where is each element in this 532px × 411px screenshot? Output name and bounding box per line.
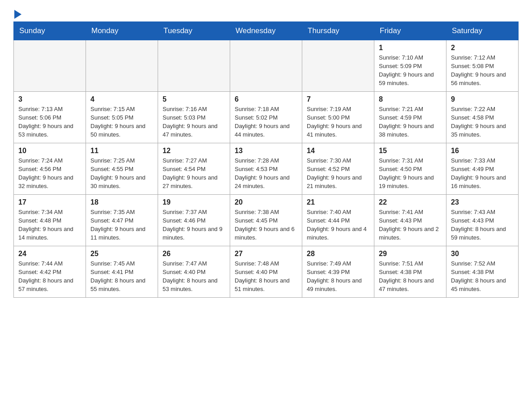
day-info: Sunrise: 7:35 AM Sunset: 4:47 PM Dayligh…: [90, 208, 153, 242]
day-number: 9: [451, 95, 514, 103]
calendar-day-cell: 25Sunrise: 7:45 AM Sunset: 4:41 PM Dayli…: [86, 246, 158, 298]
day-info: Sunrise: 7:12 AM Sunset: 5:08 PM Dayligh…: [451, 54, 514, 87]
calendar-day-cell: 21Sunrise: 7:40 AM Sunset: 4:44 PM Dayli…: [302, 195, 374, 246]
day-number: 18: [90, 198, 153, 206]
day-info: Sunrise: 7:49 AM Sunset: 4:39 PM Dayligh…: [307, 260, 369, 293]
page-header: [13, 9, 519, 17]
calendar-day-cell: 26Sunrise: 7:47 AM Sunset: 4:40 PM Dayli…: [158, 246, 230, 298]
day-number: 25: [90, 250, 153, 258]
calendar-day-cell: 6Sunrise: 7:18 AM Sunset: 5:02 PM Daylig…: [230, 92, 302, 143]
day-number: 5: [163, 95, 225, 103]
weekday-header-cell: Thursday: [302, 22, 374, 40]
day-info: Sunrise: 7:45 AM Sunset: 4:41 PM Dayligh…: [90, 260, 153, 293]
day-info: Sunrise: 7:34 AM Sunset: 4:48 PM Dayligh…: [18, 208, 81, 242]
day-number: 7: [307, 95, 369, 103]
calendar-day-cell: 23Sunrise: 7:43 AM Sunset: 4:43 PM Dayli…: [446, 195, 519, 246]
calendar-day-cell: [158, 40, 230, 92]
calendar-day-cell: 22Sunrise: 7:41 AM Sunset: 4:43 PM Dayli…: [374, 195, 446, 246]
calendar-body: 1Sunrise: 7:10 AM Sunset: 5:09 PM Daylig…: [14, 40, 519, 298]
day-number: 20: [235, 198, 297, 206]
logo: [13, 9, 25, 17]
calendar-day-cell: 18Sunrise: 7:35 AM Sunset: 4:47 PM Dayli…: [86, 195, 158, 246]
day-info: Sunrise: 7:19 AM Sunset: 5:00 PM Dayligh…: [307, 105, 369, 139]
calendar-day-cell: 8Sunrise: 7:21 AM Sunset: 4:59 PM Daylig…: [374, 92, 446, 143]
day-number: 21: [307, 198, 369, 206]
day-info: Sunrise: 7:18 AM Sunset: 5:02 PM Dayligh…: [235, 105, 297, 139]
calendar-week-row: 24Sunrise: 7:44 AM Sunset: 4:42 PM Dayli…: [14, 246, 519, 298]
day-info: Sunrise: 7:44 AM Sunset: 4:42 PM Dayligh…: [18, 260, 81, 293]
day-info: Sunrise: 7:22 AM Sunset: 4:58 PM Dayligh…: [451, 105, 514, 139]
calendar-day-cell: 9Sunrise: 7:22 AM Sunset: 4:58 PM Daylig…: [446, 92, 519, 143]
calendar-week-row: 3Sunrise: 7:13 AM Sunset: 5:06 PM Daylig…: [14, 92, 519, 143]
day-number: 4: [90, 95, 153, 103]
calendar-day-cell: [302, 40, 374, 92]
day-info: Sunrise: 7:25 AM Sunset: 4:55 PM Dayligh…: [90, 157, 153, 190]
calendar-day-cell: 7Sunrise: 7:19 AM Sunset: 5:00 PM Daylig…: [302, 92, 374, 143]
day-number: 13: [235, 147, 297, 155]
day-info: Sunrise: 7:33 AM Sunset: 4:49 PM Dayligh…: [451, 157, 514, 190]
day-number: 29: [379, 250, 442, 258]
calendar-day-cell: 1Sunrise: 7:10 AM Sunset: 5:09 PM Daylig…: [374, 40, 446, 92]
day-info: Sunrise: 7:15 AM Sunset: 5:05 PM Dayligh…: [90, 105, 153, 139]
day-number: 23: [451, 198, 514, 206]
day-info: Sunrise: 7:48 AM Sunset: 4:40 PM Dayligh…: [235, 260, 297, 293]
day-info: Sunrise: 7:31 AM Sunset: 4:50 PM Dayligh…: [379, 157, 442, 190]
calendar-day-cell: 13Sunrise: 7:28 AM Sunset: 4:53 PM Dayli…: [230, 143, 302, 195]
calendar-day-cell: 10Sunrise: 7:24 AM Sunset: 4:56 PM Dayli…: [14, 143, 86, 195]
day-info: Sunrise: 7:13 AM Sunset: 5:06 PM Dayligh…: [18, 105, 81, 139]
calendar-day-cell: 28Sunrise: 7:49 AM Sunset: 4:39 PM Dayli…: [302, 246, 374, 298]
weekday-header-cell: Friday: [374, 22, 446, 40]
calendar-week-row: 1Sunrise: 7:10 AM Sunset: 5:09 PM Daylig…: [14, 40, 519, 92]
calendar-day-cell: [230, 40, 302, 92]
day-info: Sunrise: 7:51 AM Sunset: 4:38 PM Dayligh…: [379, 260, 442, 293]
day-number: 8: [379, 95, 442, 103]
day-number: 22: [379, 198, 442, 206]
day-number: 19: [163, 198, 225, 206]
calendar-day-cell: 11Sunrise: 7:25 AM Sunset: 4:55 PM Dayli…: [86, 143, 158, 195]
day-info: Sunrise: 7:27 AM Sunset: 4:54 PM Dayligh…: [163, 157, 225, 190]
day-info: Sunrise: 7:41 AM Sunset: 4:43 PM Dayligh…: [379, 208, 442, 242]
calendar-day-cell: [86, 40, 158, 92]
calendar-day-cell: 15Sunrise: 7:31 AM Sunset: 4:50 PM Dayli…: [374, 143, 446, 195]
day-number: 12: [163, 147, 225, 155]
day-number: 3: [18, 95, 81, 103]
calendar-day-cell: [14, 40, 86, 92]
day-info: Sunrise: 7:43 AM Sunset: 4:43 PM Dayligh…: [451, 208, 514, 242]
day-info: Sunrise: 7:28 AM Sunset: 4:53 PM Dayligh…: [235, 157, 297, 190]
day-info: Sunrise: 7:52 AM Sunset: 4:38 PM Dayligh…: [451, 260, 514, 293]
calendar-day-cell: 5Sunrise: 7:16 AM Sunset: 5:03 PM Daylig…: [158, 92, 230, 143]
calendar-day-cell: 19Sunrise: 7:37 AM Sunset: 4:46 PM Dayli…: [158, 195, 230, 246]
day-info: Sunrise: 7:30 AM Sunset: 4:52 PM Dayligh…: [307, 157, 369, 190]
day-number: 14: [307, 147, 369, 155]
day-info: Sunrise: 7:10 AM Sunset: 5:09 PM Dayligh…: [379, 54, 442, 87]
day-info: Sunrise: 7:40 AM Sunset: 4:44 PM Dayligh…: [307, 208, 369, 242]
day-number: 2: [451, 44, 514, 52]
day-number: 27: [235, 250, 297, 258]
day-info: Sunrise: 7:21 AM Sunset: 4:59 PM Dayligh…: [379, 105, 442, 139]
weekday-header-cell: Wednesday: [230, 22, 302, 40]
calendar-day-cell: 16Sunrise: 7:33 AM Sunset: 4:49 PM Dayli…: [446, 143, 519, 195]
calendar-day-cell: 4Sunrise: 7:15 AM Sunset: 5:05 PM Daylig…: [86, 92, 158, 143]
day-number: 11: [90, 147, 153, 155]
day-info: Sunrise: 7:24 AM Sunset: 4:56 PM Dayligh…: [18, 157, 81, 190]
calendar-day-cell: 2Sunrise: 7:12 AM Sunset: 5:08 PM Daylig…: [446, 40, 519, 92]
day-number: 26: [163, 250, 225, 258]
day-info: Sunrise: 7:16 AM Sunset: 5:03 PM Dayligh…: [163, 105, 225, 139]
calendar-day-cell: 12Sunrise: 7:27 AM Sunset: 4:54 PM Dayli…: [158, 143, 230, 195]
calendar-day-cell: 20Sunrise: 7:38 AM Sunset: 4:45 PM Dayli…: [230, 195, 302, 246]
day-number: 24: [18, 250, 81, 258]
calendar-table: SundayMondayTuesdayWednesdayThursdayFrid…: [13, 21, 519, 298]
calendar-day-cell: 17Sunrise: 7:34 AM Sunset: 4:48 PM Dayli…: [14, 195, 86, 246]
calendar-day-cell: 24Sunrise: 7:44 AM Sunset: 4:42 PM Dayli…: [14, 246, 86, 298]
calendar-day-cell: 29Sunrise: 7:51 AM Sunset: 4:38 PM Dayli…: [374, 246, 446, 298]
day-number: 30: [451, 250, 514, 258]
calendar-day-cell: 30Sunrise: 7:52 AM Sunset: 4:38 PM Dayli…: [446, 246, 519, 298]
weekday-header-row: SundayMondayTuesdayWednesdayThursdayFrid…: [14, 22, 519, 40]
day-number: 1: [379, 44, 442, 52]
day-info: Sunrise: 7:47 AM Sunset: 4:40 PM Dayligh…: [163, 260, 225, 293]
day-number: 10: [18, 147, 81, 155]
calendar-day-cell: 14Sunrise: 7:30 AM Sunset: 4:52 PM Dayli…: [302, 143, 374, 195]
day-number: 6: [235, 95, 297, 103]
day-number: 28: [307, 250, 369, 258]
day-number: 17: [18, 198, 81, 206]
